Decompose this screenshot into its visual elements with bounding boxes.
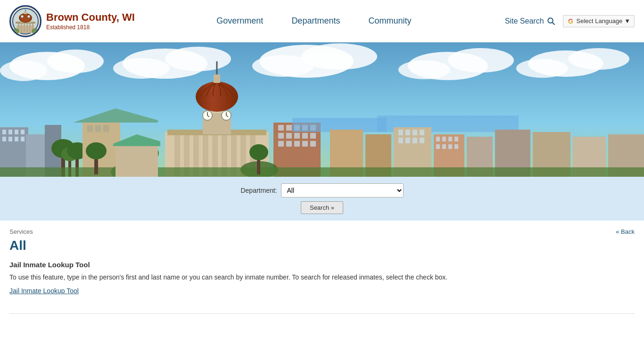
svg-rect-126: [448, 144, 452, 149]
svg-rect-77: [214, 74, 220, 83]
site-header: Brown County, WI Established 1818 Govern…: [0, 0, 644, 42]
svg-rect-5: [24, 23, 25, 33]
google-logo: G: [567, 17, 575, 25]
main-navigation: Government Departments Community: [135, 16, 493, 26]
svg-rect-87: [286, 125, 292, 131]
svg-rect-120: [436, 137, 440, 141]
svg-point-39: [568, 48, 629, 70]
service-link[interactable]: Jail Inmate Lookup Tool: [9, 287, 79, 295]
svg-rect-127: [454, 144, 458, 149]
svg-rect-4: [21, 23, 22, 33]
svg-rect-124: [436, 144, 440, 149]
svg-rect-48: [2, 137, 6, 141]
svg-point-19: [21, 15, 24, 18]
google-translate-widget[interactable]: G Select Language ▼: [563, 15, 635, 27]
department-label: Department:: [240, 187, 277, 194]
site-logo[interactable]: Brown County, WI Established 1818: [9, 5, 135, 37]
service-description: To use this feature, type in the person'…: [9, 272, 635, 282]
page-title: All: [9, 238, 635, 253]
svg-point-23: [548, 18, 553, 23]
svg-rect-121: [442, 137, 446, 141]
logo-image: [9, 5, 41, 37]
svg-rect-99: [302, 141, 308, 147]
svg-rect-7: [29, 23, 31, 33]
header-right: Site Search G Select Language ▼: [493, 15, 635, 27]
search-form: Department: All Administration Airport C…: [240, 183, 403, 214]
svg-rect-113: [420, 138, 424, 143]
department-select[interactable]: All Administration Airport City-County G…: [281, 183, 404, 197]
svg-rect-46: [15, 130, 18, 134]
svg-rect-91: [278, 133, 284, 139]
svg-line-24: [552, 22, 554, 25]
svg-point-76: [196, 82, 238, 112]
search-section: Department: All Administration Airport C…: [0, 177, 644, 221]
svg-rect-98: [294, 141, 300, 147]
top-row: Services « Back: [9, 228, 635, 238]
svg-rect-96: [278, 141, 284, 147]
svg-rect-61: [95, 125, 101, 132]
service-title: Jail Inmate Lookup Tool: [9, 261, 635, 269]
content-divider: [9, 313, 635, 314]
svg-rect-109: [420, 130, 424, 135]
svg-rect-110: [398, 138, 403, 143]
svg-rect-125: [442, 144, 446, 149]
select-language-label: Select Language: [577, 17, 623, 25]
svg-rect-111: [405, 138, 410, 143]
svg-point-30: [165, 47, 231, 71]
department-row: Department: All Administration Airport C…: [240, 183, 403, 197]
svg-rect-106: [398, 130, 403, 135]
hero-cityscape-svg: [0, 42, 644, 177]
svg-point-40: [516, 59, 568, 78]
svg-point-132: [86, 142, 107, 159]
back-link[interactable]: « Back: [616, 228, 635, 235]
main-content: Services « Back All Jail Inmate Lookup T…: [0, 221, 644, 321]
svg-rect-86: [278, 125, 284, 131]
svg-point-20: [27, 15, 30, 18]
svg-rect-112: [413, 138, 417, 143]
svg-rect-93: [294, 133, 300, 139]
svg-rect-51: [21, 137, 25, 141]
svg-point-136: [249, 144, 268, 160]
nav-government[interactable]: Government: [216, 16, 263, 26]
svg-rect-62: [103, 125, 109, 132]
svg-rect-100: [310, 141, 316, 147]
svg-point-37: [398, 60, 450, 79]
svg-rect-50: [15, 137, 18, 141]
site-search-label: Site Search: [505, 17, 544, 25]
svg-rect-94: [302, 133, 308, 139]
hero-image: [0, 42, 644, 177]
svg-rect-92: [286, 133, 292, 139]
svg-rect-95: [310, 133, 316, 139]
svg-point-22: [32, 28, 39, 34]
breadcrumb: Services: [9, 228, 33, 235]
svg-rect-123: [454, 137, 458, 141]
svg-point-31: [113, 58, 170, 79]
site-search-link[interactable]: Site Search: [505, 17, 555, 25]
svg-rect-45: [8, 130, 12, 134]
svg-rect-108: [413, 130, 417, 135]
svg-rect-17: [24, 11, 27, 14]
svg-point-34: [252, 55, 314, 77]
svg-rect-44: [2, 130, 6, 134]
search-button[interactable]: Search »: [301, 201, 343, 214]
svg-point-28: [0, 60, 47, 81]
svg-rect-97: [286, 141, 292, 147]
translate-dropdown-arrow: ▼: [624, 17, 630, 25]
svg-rect-122: [448, 137, 452, 141]
svg-rect-107: [405, 130, 410, 135]
svg-rect-47: [21, 130, 25, 134]
svg-point-21: [12, 28, 19, 34]
svg-point-27: [47, 49, 104, 73]
svg-rect-60: [87, 125, 93, 132]
svg-rect-49: [8, 137, 12, 141]
courthouse-icon: [12, 8, 39, 35]
logo-text: Brown County, WI Established 1818: [46, 11, 135, 30]
svg-rect-6: [26, 23, 28, 33]
nav-community[interactable]: Community: [368, 16, 411, 26]
svg-point-36: [448, 48, 514, 73]
svg-rect-138: [116, 146, 158, 177]
nav-departments[interactable]: Departments: [291, 16, 340, 26]
search-icon: [547, 17, 555, 25]
